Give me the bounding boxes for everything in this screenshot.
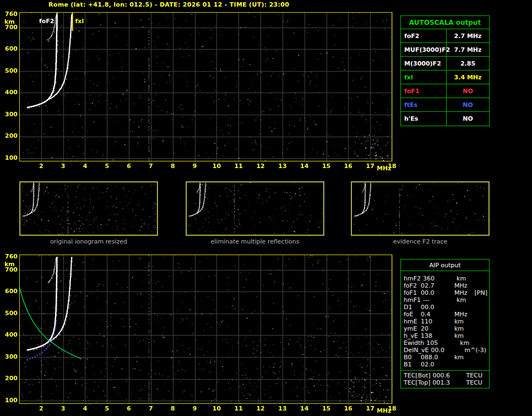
aip-row-name: D1 <box>404 304 421 311</box>
autoscala-row-value: 7.7 MHz <box>447 43 489 56</box>
aip-row-value: 00.0 <box>431 347 464 354</box>
aip-row-value: 360 <box>423 275 457 282</box>
aip-row-unit: m^(-3) <box>464 347 489 354</box>
thumbnail-original-canvas <box>20 182 158 235</box>
aip-row-name: hmE <box>404 318 421 325</box>
thumbnail-eliminate-canvas <box>186 182 324 235</box>
autoscala-row: foF1NO <box>401 84 489 98</box>
aip-row-value: 001.3 <box>433 379 466 386</box>
thumbnail-evidence-canvas <box>351 182 489 235</box>
aip-row-value: 00.0 <box>421 304 454 311</box>
aip-row-name: foE <box>404 311 421 318</box>
aip-row-unit <box>454 304 489 311</box>
aip-row-unit <box>454 361 489 368</box>
aip-row: B102.0 <box>401 361 489 368</box>
aip-row: hmE110km <box>401 318 489 325</box>
aip-row-value: 02.0 <box>421 361 454 368</box>
aip-row-name: hmF2 <box>404 275 423 282</box>
aip-row-unit: km <box>454 325 489 332</box>
autoscala-row-value: 2.85 <box>447 57 489 70</box>
autoscala-row: MUF(3000)F27.7 MHz <box>401 43 489 57</box>
page-title: Rome (lat: +41.8, lon: 012.5) - DATE: 20… <box>48 1 289 8</box>
aip-row: B0088.0km <box>401 354 489 361</box>
aip-row-name: foF1 <box>404 289 421 296</box>
top-ionogram-canvas <box>0 9 397 172</box>
autoscala-row-label: foF1 <box>401 84 447 98</box>
aip-row-value: 105 <box>426 339 460 347</box>
aip-row-name: DelN_vE <box>404 347 431 354</box>
aip-row-unit: km <box>460 339 489 347</box>
autoscala-row: h'EsNO <box>401 112 489 126</box>
thumbnail-caption-evidence: evidence F2 trace <box>351 238 490 245</box>
autoscala-row: ftEsNO <box>401 98 489 112</box>
aip-row: D100.0 <box>401 304 489 311</box>
aip-row: hmF2360km <box>401 275 489 282</box>
autoscala-row: fxl3.4 MHz <box>401 71 489 84</box>
aip-row-unit: km <box>454 332 489 339</box>
aip-row-value: 00.0 <box>421 289 454 296</box>
autoscala-row: M(3000)F22.85 <box>401 57 489 71</box>
autoscala-row-label: M(3000)F2 <box>401 57 447 70</box>
autoscala-row-label: fxl <box>401 71 447 84</box>
aip-row-unit: MHz <box>454 289 475 296</box>
aip-row: ymE20km <box>401 325 489 332</box>
aip-row-unit: MHz <box>454 311 489 318</box>
autoscala-row-label: foF2 <box>401 29 447 42</box>
aip-tec-rows: TEC[Bot]000.6TECUTEC[Top]001.3TECU <box>401 370 489 388</box>
aip-row-value: 000.6 <box>433 372 466 379</box>
aip-row: TEC[Bot]000.6TECU <box>401 372 489 379</box>
aip-row-name: h_vE <box>404 332 421 339</box>
thumbnail-original-ionogram <box>19 181 158 236</box>
aip-row-name: B1 <box>404 361 421 368</box>
aip-row-name: TEC[Top] <box>404 379 433 386</box>
aip-row-unit: km <box>457 275 489 282</box>
aip-table-title: AIP output <box>401 260 489 271</box>
aip-row-value: 088.0 <box>421 354 454 361</box>
autoscala-row-value: 3.4 MHz <box>447 71 489 84</box>
autoscala-row-value: NO <box>447 112 489 126</box>
autoscala-output-table: AUTOSCALA output foF22.7 MHzMUF(3000)F27… <box>400 15 490 126</box>
autoscala-table-rows: foF22.7 MHzMUF(3000)F27.7 MHzM(3000)F22.… <box>401 29 489 126</box>
aip-row: foF100.0MHz[PN] <box>401 289 489 296</box>
aip-row-value: --- <box>423 296 457 304</box>
aip-row: DelN_vE00.0m^(-3) <box>401 347 489 354</box>
thumbnail-caption-original: original ionogram resized <box>19 238 158 245</box>
aip-row-unit: km <box>457 296 489 304</box>
thumbnail-eliminate-reflections <box>186 181 324 236</box>
aip-row: Ewidth105km <box>401 339 489 347</box>
aip-row: foF202.7MHz <box>401 282 489 289</box>
aip-row-unit: MHz <box>454 282 489 289</box>
autoscala-row-value: NO <box>447 98 489 111</box>
autoscala-row-value: 2.7 MHz <box>447 29 489 42</box>
aip-row-name: ymE <box>404 325 421 332</box>
aip-row-unit: TECU <box>466 379 490 386</box>
aip-row: h_vE138km <box>401 332 489 339</box>
aip-row-value: 20 <box>421 325 454 332</box>
aip-output-table: AIP output hmF2360kmfoF202.7MHzfoF100.0M… <box>400 259 490 388</box>
aip-row-value: 02.7 <box>421 282 454 289</box>
aip-row-unit: km <box>454 354 489 361</box>
aip-row: hmF1---km <box>401 296 489 304</box>
aip-row-value: 138 <box>421 332 454 339</box>
autoscala-row-value: NO <box>447 84 489 98</box>
aip-row-name: hmF1 <box>404 296 423 304</box>
autoscala-row-label: MUF(3000)F2 <box>401 43 447 56</box>
thumbnail-evidence-f2 <box>351 181 490 236</box>
aip-row-unit: TECU <box>466 372 489 379</box>
aip-table-rows: hmF2360kmfoF202.7MHzfoF100.0MHz[PN]hmF1-… <box>401 271 489 368</box>
aip-row-name: Ewidth <box>404 339 426 347</box>
aip-row-name: B0 <box>404 354 421 361</box>
aip-row-value: 110 <box>421 318 454 325</box>
aip-row-flag: [PN] <box>475 289 489 296</box>
thumbnail-caption-eliminate: eliminate multiple reflections <box>186 238 324 245</box>
autoscala-row: foF22.7 MHz <box>401 29 489 43</box>
autoscala-row-label: ftEs <box>401 98 447 111</box>
bottom-ionogram-canvas <box>0 251 397 414</box>
aip-row: foE0.4MHz <box>401 311 489 318</box>
autoscala-table-title: AUTOSCALA output <box>401 16 489 29</box>
aip-row-unit: km <box>454 318 489 325</box>
autoscala-row-label: h'Es <box>401 112 447 126</box>
aip-row-value: 0.4 <box>421 311 454 318</box>
aip-row-name: TEC[Bot] <box>404 372 433 379</box>
aip-row-name: foF2 <box>404 282 421 289</box>
